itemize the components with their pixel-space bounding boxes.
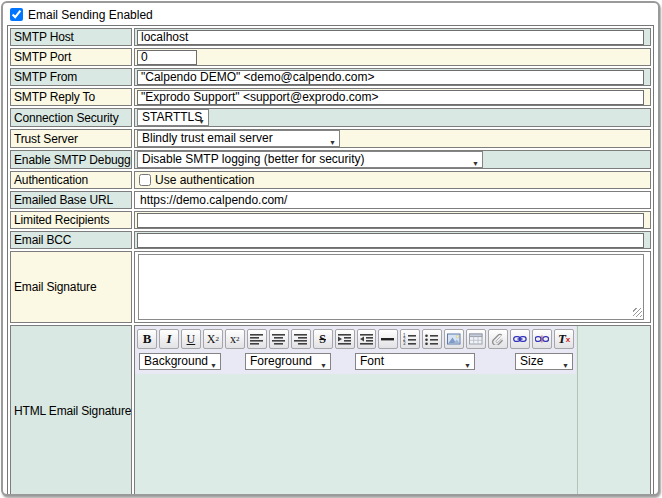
email-sending-enabled-row: Email Sending Enabled <box>7 6 654 25</box>
indent-icon <box>338 333 352 345</box>
bold-icon: B <box>143 331 152 347</box>
richtext-toolbar-selects: BackgroundForegroundFontSize <box>137 353 574 370</box>
insert-table-icon <box>469 333 483 345</box>
indent-button[interactable] <box>335 329 355 349</box>
row-label-smtp-host: SMTP Host <box>10 28 132 46</box>
row-label-html-email-signature: HTML Email Signature <box>10 325 132 496</box>
row-label-limited-recipients: Limited Recipients <box>10 211 132 229</box>
row-label-smtp-reply-to: SMTP Reply To <box>10 88 132 106</box>
outdent-button[interactable] <box>357 329 377 349</box>
row-label-enable-smtp-debugging: Enable SMTP Debugging <box>10 150 132 169</box>
background-select[interactable]: Background <box>139 353 221 370</box>
row-label-trust-server: Trust Server <box>10 129 132 148</box>
richtext-toolbar-buttons: BIUX2x2S123Tx <box>137 329 574 349</box>
row-label-smtp-port: SMTP Port <box>10 48 132 66</box>
row-label-email-bcc: Email BCC <box>10 231 132 249</box>
size-select[interactable]: Size <box>515 353 573 370</box>
font-select[interactable]: Font <box>355 353 475 370</box>
italic-icon: I <box>166 331 171 347</box>
subscript-icon: X2 <box>207 332 219 347</box>
remove-format-button[interactable]: Tx <box>554 329 574 349</box>
attachment-button[interactable] <box>488 329 508 349</box>
unlink-button[interactable] <box>532 329 552 349</box>
remove-format-icon: Tx <box>558 331 570 347</box>
horizontal-rule-icon <box>381 333 395 345</box>
link-icon <box>513 333 527 345</box>
superscript-icon: x2 <box>230 332 240 347</box>
align-left-button[interactable] <box>247 329 267 349</box>
foreground-select[interactable]: Foreground <box>245 353 331 370</box>
smtp-port-input[interactable] <box>137 50 197 65</box>
email-sending-enabled-checkbox[interactable] <box>10 8 23 21</box>
align-center-icon <box>272 333 286 345</box>
italic-button[interactable]: I <box>159 329 179 349</box>
image-button[interactable] <box>444 329 464 349</box>
smtp-host-input[interactable] <box>137 30 644 45</box>
superscript-button[interactable]: x2 <box>225 329 245 349</box>
limited-recipients-input[interactable] <box>137 213 644 228</box>
use-authentication-label: Use authentication <box>155 173 254 187</box>
email-settings-window: Email Sending Enabled SMTP Host SMTP Por… <box>1 1 660 496</box>
image-icon <box>447 333 461 345</box>
row-label-authentication: Authentication <box>10 171 132 189</box>
unordered-list-icon <box>425 333 439 345</box>
strikethrough-button[interactable]: S <box>313 329 333 349</box>
row-label-smtp-from: SMTP From <box>10 68 132 86</box>
underline-icon: U <box>187 332 196 347</box>
bold-button[interactable]: B <box>137 329 157 349</box>
subscript-button[interactable]: X2 <box>203 329 223 349</box>
svg-text:3: 3 <box>403 341 406 345</box>
unordered-list-button[interactable] <box>422 329 442 349</box>
smtp-reply-to-input[interactable] <box>137 90 644 105</box>
email-bcc-input[interactable] <box>137 233 644 248</box>
ordered-list-button[interactable]: 123 <box>400 329 420 349</box>
connection-security-select[interactable]: STARTTLS <box>137 109 209 126</box>
outdent-icon <box>360 333 374 345</box>
richtext-toolbar: BIUX2x2S123Tx BackgroundForegroundFontSi… <box>135 326 576 374</box>
richtext-content-area[interactable] <box>135 374 650 492</box>
smtp-from-input[interactable] <box>137 70 644 85</box>
textarea-resize-handle[interactable] <box>633 308 642 317</box>
underline-button[interactable]: U <box>181 329 201 349</box>
email-settings-table: SMTP Host SMTP Port SMTP From SMTP Reply… <box>7 25 654 496</box>
unlink-icon <box>535 333 549 345</box>
align-right-button[interactable] <box>291 329 311 349</box>
email-sending-enabled-label: Email Sending Enabled <box>28 8 153 22</box>
attachment-icon <box>491 333 505 345</box>
smtp-debugging-select[interactable]: Disable SMTP logging (better for securit… <box>137 151 483 168</box>
insert-table-button[interactable] <box>466 329 486 349</box>
row-label-emailed-base-url: Emailed Base URL <box>10 191 132 209</box>
row-label-email-signature: Email Signature <box>10 251 132 323</box>
editor-right-border <box>577 326 578 496</box>
align-center-button[interactable] <box>269 329 289 349</box>
align-left-icon <box>250 333 264 345</box>
horizontal-rule-button[interactable] <box>378 329 398 349</box>
strikethrough-icon: S <box>319 332 326 347</box>
emailed-base-url-value[interactable]: https://demo.calpendo.com/ <box>137 193 648 207</box>
email-signature-textarea[interactable] <box>138 254 644 320</box>
row-label-connection-security: Connection Security <box>10 108 132 127</box>
trust-server-select[interactable]: Blindly trust email server <box>137 130 340 147</box>
link-button[interactable] <box>510 329 530 349</box>
use-authentication-checkbox[interactable] <box>139 174 151 186</box>
html-signature-editor: BIUX2x2S123Tx BackgroundForegroundFontSi… <box>134 325 651 496</box>
align-right-icon <box>294 333 308 345</box>
ordered-list-icon: 123 <box>403 333 417 345</box>
